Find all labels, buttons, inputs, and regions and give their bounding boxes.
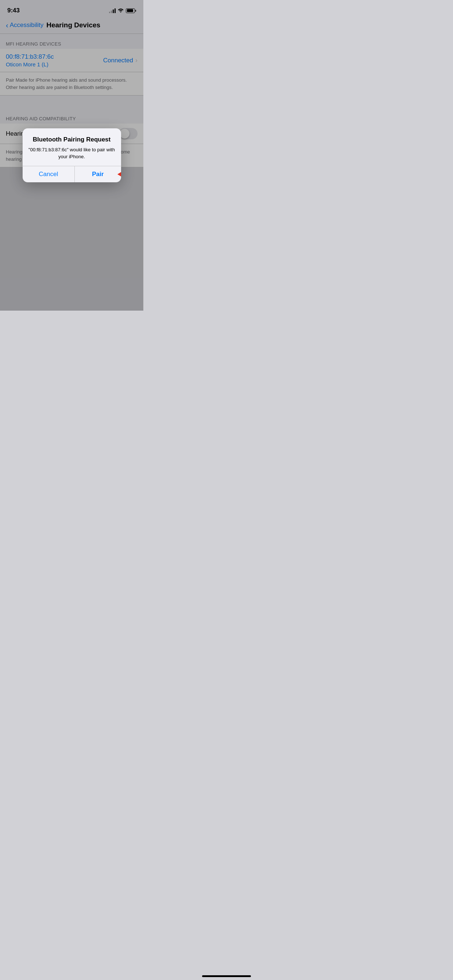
alert-message: "00:f8:71:b3:87:6c" would like to pair w… bbox=[29, 146, 115, 160]
alert-dialog: Bluetooth Pairing Request "00:f8:71:b3:8… bbox=[22, 128, 121, 182]
alert-content: Bluetooth Pairing Request "00:f8:71:b3:8… bbox=[22, 128, 121, 165]
pair-button[interactable]: Pair bbox=[75, 166, 121, 182]
alert-title: Bluetooth Pairing Request bbox=[29, 135, 115, 144]
pair-button-wrapper: Pair bbox=[75, 166, 121, 182]
alert-buttons: Cancel Pair bbox=[22, 166, 121, 182]
cancel-button[interactable]: Cancel bbox=[22, 166, 75, 182]
arrow-annotation bbox=[118, 170, 121, 179]
dialog-overlay: Bluetooth Pairing Request "00:f8:71:b3:8… bbox=[0, 0, 144, 310]
arrow-head-icon bbox=[118, 170, 121, 179]
